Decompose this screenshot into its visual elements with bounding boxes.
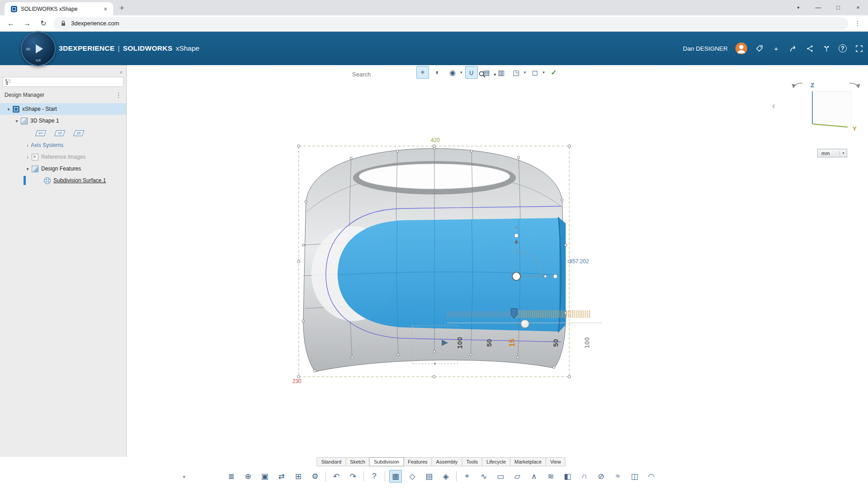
help-icon[interactable]: ? — [368, 470, 381, 483]
tab-tools[interactable]: Tools — [462, 457, 482, 466]
panel-menu-icon[interactable]: ⋮ — [115, 91, 122, 99]
bridge-icon[interactable]: ∩ — [578, 470, 591, 483]
tab-search-icon[interactable]: ▾ — [788, 0, 808, 15]
plane-xy-icon[interactable]: XY — [35, 130, 46, 136]
user-avatar[interactable] — [735, 43, 747, 54]
render-style-shaded-icon[interactable]: ◐ — [431, 66, 444, 79]
tab-assembly[interactable]: Assembly — [432, 457, 463, 466]
y-axis-label[interactable]: Y — [853, 125, 857, 132]
tree-filter-bar[interactable] — [3, 77, 124, 87]
window-close-button[interactable]: × — [848, 0, 868, 15]
tab-lifecycle[interactable]: Lifecycle — [482, 457, 510, 466]
lattice-icon[interactable]: ▤ — [423, 470, 435, 483]
tab-view[interactable]: View — [546, 457, 566, 466]
tab-standard[interactable]: Standard — [317, 457, 346, 466]
browser-tab[interactable]: SOLIDWORKS xShape × — [5, 2, 113, 15]
symmetry-icon[interactable]: ◈ — [439, 470, 452, 483]
3d-viewport-canvas[interactable]: 100 50 15 50 100 420 230 357.202 — [285, 131, 606, 393]
pivot-icon[interactable]: ⌖ — [461, 470, 473, 483]
undo-icon[interactable]: ↶ — [330, 470, 343, 483]
window-minimize-button[interactable]: — — [808, 0, 828, 15]
render-style-caret-icon[interactable]: ▾ — [460, 70, 463, 75]
rotate-view-arrows[interactable] — [792, 83, 860, 88]
expand-caret-icon[interactable]: ▾ — [14, 118, 20, 123]
user-name[interactable]: Dan DESIGNER — [683, 45, 728, 52]
compass-menu-button[interactable]: 3D V,R — [21, 31, 56, 66]
reload-button[interactable]: ↻ — [37, 17, 50, 30]
tab-sketch[interactable]: Sketch — [345, 457, 370, 466]
browser-menu-icon[interactable]: ⋮ — [852, 19, 863, 28]
frame-icon[interactable]: ◫ — [628, 470, 641, 483]
tree-item-reference-images[interactable]: › Reference Images — [0, 151, 126, 163]
settings-icon[interactable]: ⚙ — [309, 470, 321, 483]
sweep-icon[interactable]: ∿ — [477, 470, 490, 483]
subdivision-grid-icon[interactable]: ▦ — [389, 470, 402, 483]
bookmark-tag-icon[interactable] — [755, 44, 764, 53]
capture-caret-icon[interactable]: ▾ — [524, 70, 526, 75]
offset-icon[interactable]: ≋ — [544, 470, 557, 483]
screenshot-icon[interactable]: ⊞ — [292, 470, 305, 483]
panel-collapse-icon[interactable]: ‹ — [120, 68, 122, 76]
model-check-icon[interactable]: ✓ — [548, 66, 560, 79]
validation-board-icon[interactable]: ▥ — [495, 66, 508, 79]
sync-icon[interactable]: ⇄ — [275, 470, 288, 483]
units-dropdown[interactable]: mm ▾ — [817, 149, 847, 157]
wrap-icon[interactable]: ◠ — [645, 470, 658, 483]
window-maximize-button[interactable]: □ — [828, 0, 848, 15]
url-text[interactable]: 3dexperience.com — [71, 20, 119, 27]
viewport-panel-collapse-icon[interactable]: ‹ — [772, 100, 775, 111]
collaboration-icon[interactable] — [822, 44, 831, 53]
z-axis-label[interactable]: Z — [811, 82, 814, 89]
expand-caret-icon[interactable]: ▾ — [5, 107, 12, 112]
tree-item-design-features[interactable]: ▾ Design Features — [0, 163, 126, 175]
drag-knob[interactable] — [521, 320, 529, 328]
collapse-caret-icon[interactable]: › — [24, 155, 31, 160]
side-handle[interactable] — [553, 275, 558, 279]
tab-features[interactable]: Features — [403, 457, 432, 466]
units-caret-icon[interactable]: ▾ — [839, 151, 847, 155]
toolbar-collapse-icon[interactable]: ▾ — [183, 474, 186, 480]
add-content-icon[interactable]: + — [772, 44, 781, 53]
tree-item-axis-systems[interactable]: › Axis Systems — [0, 139, 126, 151]
capture-icon[interactable]: ◳ — [510, 66, 523, 79]
tree-item-xshape-start[interactable]: ▾ xShape - Start — [0, 103, 126, 115]
split-icon[interactable]: ⊘ — [595, 470, 607, 483]
shear-icon[interactable]: ▱ — [511, 470, 524, 483]
thicken-icon[interactable]: ◧ — [561, 470, 574, 483]
new-tab-button[interactable]: + — [119, 4, 124, 13]
save-icon[interactable]: ▣ — [258, 470, 271, 483]
tree-item-subdivision-surface[interactable]: Subdivision Surface.1 — [0, 175, 126, 186]
view-cube-icon[interactable]: ◻ — [529, 66, 541, 79]
collapse-caret-icon[interactable]: › — [24, 143, 31, 148]
tab-subdivision[interactable]: Subdivision — [369, 457, 404, 466]
turntable-icon[interactable]: ▤ — [480, 66, 493, 79]
url-bar[interactable]: 3dexperience.com — [53, 17, 848, 30]
plane-yz-icon[interactable]: YZ — [54, 130, 65, 136]
primitive-icon[interactable]: ◇ — [406, 470, 419, 483]
side-handle-small[interactable] — [544, 275, 547, 278]
box-mode-icon[interactable]: ▭ — [494, 470, 507, 483]
selection-filter-icon[interactable]: ⌖ — [416, 66, 429, 79]
share-forward-icon[interactable] — [788, 44, 797, 53]
fullscreen-icon[interactable] — [854, 44, 863, 53]
plane-zx-icon[interactable]: ZX — [73, 130, 84, 136]
tree-item-3d-shape[interactable]: ▾ 3D Shape 1 — [0, 115, 126, 127]
tab-close-icon[interactable]: × — [101, 5, 110, 13]
crease-icon[interactable]: ∧ — [528, 470, 540, 483]
magnetic-clip-icon[interactable]: ∪ — [465, 66, 478, 79]
tab-marketplace[interactable]: Marketplace — [510, 457, 546, 466]
expand-caret-icon[interactable]: ▾ — [24, 166, 31, 171]
view-cube-caret-icon[interactable]: ▾ — [543, 70, 545, 75]
render-style-menu-icon[interactable]: ◉ — [446, 66, 459, 79]
stock-icon[interactable]: ≣ — [225, 470, 238, 483]
manipulator-icon[interactable]: ⊕ — [242, 470, 254, 483]
axis-triad[interactable]: Z Y — [790, 81, 862, 137]
manipulator-origin-handle[interactable] — [512, 272, 520, 280]
redo-icon[interactable]: ↷ — [347, 470, 359, 483]
help-icon[interactable]: ? — [839, 44, 847, 52]
back-button[interactable]: ← — [5, 17, 17, 30]
flow-icon[interactable]: ≈ — [611, 470, 624, 483]
forward-button[interactable]: → — [21, 17, 33, 30]
share-network-icon[interactable] — [805, 44, 814, 53]
axis-end-handle[interactable] — [515, 234, 519, 238]
